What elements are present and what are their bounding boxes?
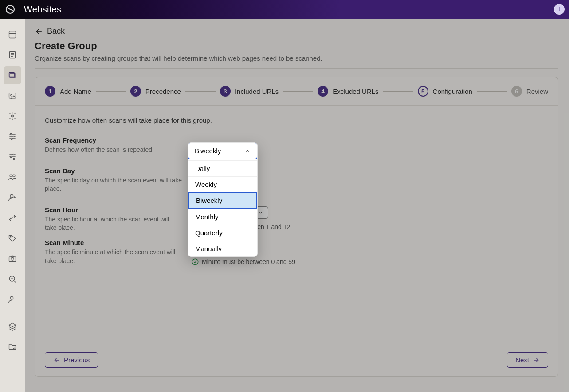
topbar: Websites I [0, 0, 569, 19]
next-button[interactable]: Next [507, 352, 548, 368]
scan-minute-desc: The specific minute at which the scan ev… [45, 248, 182, 265]
step-connector [283, 91, 313, 92]
scan-frequency-dropdown: Biweekly Daily Weekly Biweekly Monthly Q… [188, 142, 258, 257]
page-title: Create Group [35, 40, 558, 52]
dropdown-selected: Biweekly [195, 147, 221, 155]
stepper: 1 Add Name 2 Precedence 3 Included URLs … [35, 77, 558, 106]
field-scan-frequency: Scan Frequency Defines how often the sca… [45, 136, 548, 155]
svg-point-15 [13, 175, 15, 177]
scan-hour-desc: The specific hour at which the scan even… [45, 215, 182, 233]
svg-point-10 [11, 138, 12, 139]
step-connector [477, 91, 507, 92]
config-intro: Customize how often scans will take plac… [45, 116, 548, 124]
step-connector [383, 91, 413, 92]
svg-point-19 [11, 258, 14, 261]
svg-point-6 [11, 95, 12, 96]
field-scan-hour: Scan Hour The specific hour at which the… [45, 206, 548, 233]
step-excluded-urls[interactable]: 4 Excluded URLs [318, 86, 378, 97]
step-number: 1 [45, 86, 55, 97]
scan-minute-label: Scan Minute [45, 239, 182, 246]
step-label: Configuration [433, 88, 472, 95]
dropdown-option-quarterly[interactable]: Quarterly [188, 225, 257, 241]
scan-day-label: Scan Day [45, 167, 182, 175]
step-connector [185, 91, 216, 92]
scan-minute-hint: Minute must be between 0 and 59 [191, 258, 295, 266]
chevron-up-icon [244, 148, 251, 154]
chevron-down-icon [257, 210, 263, 216]
scan-frequency-label: Scan Frequency [45, 136, 182, 144]
panel-body: Customize how often scans will take plac… [35, 106, 558, 318]
page-subtitle: Organize scans by creating groups that w… [35, 54, 558, 62]
main-area: Back Create Group Organize scans by crea… [25, 19, 569, 392]
step-number: 4 [318, 86, 328, 97]
step-configuration[interactable]: 5 Configuration [418, 86, 472, 97]
arrow-left-icon [53, 357, 60, 364]
dropdown-option-daily[interactable]: Daily [188, 160, 257, 176]
svg-point-21 [10, 296, 13, 299]
back-link[interactable]: Back [35, 27, 558, 36]
scan-day-desc: The specific day on which the scan event… [45, 176, 182, 194]
dropdown-option-weekly[interactable]: Weekly [188, 176, 257, 192]
dropdown-option-manually[interactable]: Manually [188, 241, 257, 256]
back-label: Back [47, 27, 65, 36]
divider [35, 68, 558, 69]
sidebar-item-sliders-2[interactable] [4, 148, 21, 166]
dropdown-header[interactable]: Biweekly [188, 142, 258, 159]
wizard-footer: Previous Next [45, 352, 548, 368]
app-title: Websites [24, 4, 61, 15]
svg-point-13 [13, 158, 15, 159]
step-label: Review [526, 88, 548, 95]
sidebar-item-layers[interactable] [4, 318, 21, 335]
svg-point-22 [14, 348, 15, 349]
sidebar-item-tag[interactable] [4, 229, 21, 247]
wizard-panel: 1 Add Name 2 Precedence 3 Included URLs … [35, 77, 558, 377]
step-number: 5 [418, 86, 428, 97]
scan-minute-hint-text: Minute must be between 0 and 59 [202, 258, 295, 265]
scan-hour-label: Scan Hour [45, 206, 182, 213]
step-connector [96, 91, 126, 92]
step-add-name[interactable]: 1 Add Name [45, 86, 91, 97]
sidebar-item-user-add[interactable] [4, 189, 21, 206]
sidebar-item-dashboard[interactable] [4, 26, 21, 43]
arrow-right-icon [533, 357, 540, 364]
svg-point-9 [13, 136, 15, 137]
sidebar-item-websites[interactable] [4, 66, 21, 84]
field-scan-day: Scan Day The specific day on which the s… [45, 167, 548, 194]
svg-point-7 [12, 115, 14, 117]
svg-point-8 [10, 133, 12, 135]
sidebar-item-camera[interactable] [4, 250, 21, 268]
svg-point-24 [192, 259, 198, 265]
step-number: 3 [220, 86, 231, 97]
avatar[interactable]: I [554, 4, 565, 15]
svg-point-12 [10, 156, 12, 157]
step-precedence[interactable]: 2 Precedence [130, 86, 181, 97]
sidebar-item-reports[interactable] [4, 46, 21, 64]
sidebar-item-user-remove[interactable] [4, 291, 21, 308]
dropdown-option-monthly[interactable]: Monthly [188, 209, 257, 225]
svg-point-17 [10, 236, 12, 237]
dropdown-option-biweekly[interactable]: Biweekly [188, 192, 257, 209]
step-label: Excluded URLs [333, 88, 378, 95]
app-logo-icon [4, 4, 16, 15]
arrow-left-icon [35, 27, 43, 36]
sidebar-item-users[interactable] [4, 168, 21, 186]
step-label: Precedence [145, 88, 181, 95]
svg-point-11 [12, 154, 14, 155]
step-review: 6 Review [511, 86, 548, 97]
check-circle-icon [191, 258, 199, 266]
scan-frequency-desc: Defines how often the scan is repeated. [45, 146, 182, 155]
previous-button[interactable]: Previous [45, 352, 98, 368]
sidebar-item-folder-settings[interactable] [4, 338, 21, 356]
svg-point-16 [10, 194, 13, 198]
previous-label: Previous [64, 356, 90, 364]
sidebar-item-sliders-1[interactable] [4, 128, 21, 145]
step-number: 6 [511, 86, 522, 97]
sidebar-item-media[interactable] [4, 87, 21, 105]
sidebar-item-integrations[interactable] [4, 209, 21, 227]
step-label: Included URLs [235, 88, 279, 95]
sidebar-item-settings[interactable] [4, 107, 21, 125]
step-included-urls[interactable]: 3 Included URLs [220, 86, 279, 97]
svg-point-14 [10, 175, 12, 177]
sidebar-separator [5, 313, 20, 313]
sidebar-item-zoom[interactable] [4, 270, 21, 288]
